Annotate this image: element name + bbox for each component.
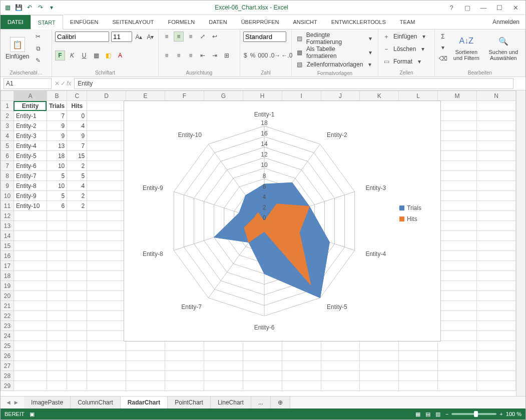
- cell[interactable]: [477, 291, 516, 301]
- row-header[interactable]: 21: [1, 301, 14, 311]
- cell[interactable]: [477, 281, 516, 291]
- cell[interactable]: [87, 321, 126, 331]
- delete-cells-button[interactable]: Löschen: [393, 46, 416, 52]
- vertical-scrollbar[interactable]: [516, 90, 525, 396]
- cell[interactable]: [438, 221, 477, 231]
- worksheet-grid[interactable]: ABCDEFGHIJKLMN1EntityTrialsHits2Entity-1…: [1, 90, 516, 396]
- zoom-out-icon[interactable]: −: [445, 411, 448, 417]
- cell[interactable]: [438, 261, 477, 271]
- cell[interactable]: [47, 301, 67, 311]
- cell[interactable]: 5: [67, 171, 87, 181]
- cell[interactable]: [204, 361, 243, 371]
- align-top-icon[interactable]: ≡: [162, 32, 172, 42]
- paste-button[interactable]: 📋 Einfügen: [4, 36, 31, 61]
- cell[interactable]: 7: [47, 111, 67, 121]
- cell[interactable]: [438, 251, 477, 261]
- borders-button[interactable]: ▦: [91, 50, 101, 60]
- cell[interactable]: [399, 341, 438, 351]
- cell[interactable]: Entity-8: [14, 181, 47, 191]
- cell[interactable]: 7: [67, 141, 87, 151]
- cell[interactable]: [360, 341, 399, 351]
- cell[interactable]: [438, 201, 477, 211]
- zoom-value[interactable]: 100 %: [506, 411, 521, 417]
- cell[interactable]: [47, 221, 67, 231]
- cell[interactable]: [477, 201, 516, 211]
- row-header[interactable]: 19: [1, 281, 14, 291]
- cell[interactable]: [67, 301, 87, 311]
- cell[interactable]: [438, 351, 477, 361]
- cell[interactable]: [87, 101, 126, 111]
- cell[interactable]: Entity-6: [14, 161, 47, 171]
- tab-start[interactable]: START: [31, 15, 63, 30]
- cell[interactable]: [477, 271, 516, 281]
- cell[interactable]: [438, 241, 477, 251]
- enter-formula-icon[interactable]: ✓: [61, 80, 66, 87]
- zoom-slider[interactable]: [451, 413, 496, 415]
- column-header[interactable]: D: [87, 91, 126, 101]
- cell[interactable]: [87, 351, 126, 361]
- column-header[interactable]: N: [477, 91, 516, 101]
- cell[interactable]: [204, 341, 243, 351]
- row-header[interactable]: 25: [1, 341, 14, 351]
- align-left-icon[interactable]: ≡: [162, 50, 172, 60]
- row-header[interactable]: 7: [1, 161, 14, 171]
- tab-developer[interactable]: ENTWICKLERTOOLS: [324, 15, 393, 29]
- row-header[interactable]: 13: [1, 221, 14, 231]
- inc-decimal-icon[interactable]: .0→: [270, 50, 280, 60]
- cell[interactable]: [67, 271, 87, 281]
- cell[interactable]: [47, 381, 67, 391]
- align-middle-icon[interactable]: ≡: [174, 32, 184, 42]
- cell[interactable]: [14, 251, 47, 261]
- cell[interactable]: [87, 241, 126, 251]
- column-header[interactable]: B: [47, 91, 67, 101]
- cell[interactable]: [477, 181, 516, 191]
- cell[interactable]: [87, 381, 126, 391]
- table-format-button[interactable]: Als Tabelle formatieren: [306, 46, 363, 60]
- tab-pagelayout[interactable]: SEITENLAYOUT: [105, 15, 161, 29]
- close-icon[interactable]: ✕: [508, 2, 522, 12]
- number-format-select[interactable]: [243, 32, 286, 42]
- cell[interactable]: [477, 171, 516, 181]
- thousands-icon[interactable]: 000: [258, 50, 268, 60]
- cell[interactable]: [47, 321, 67, 331]
- name-box[interactable]: A1: [4, 78, 52, 89]
- sign-in-link[interactable]: Anmelden: [486, 15, 525, 29]
- cell[interactable]: [438, 321, 477, 331]
- cell[interactable]: 6: [47, 201, 67, 211]
- cell[interactable]: [87, 291, 126, 301]
- cell[interactable]: [477, 121, 516, 131]
- cell[interactable]: [14, 381, 47, 391]
- cell[interactable]: [243, 361, 282, 371]
- cell[interactable]: [87, 161, 126, 171]
- fill-icon[interactable]: ▾: [438, 42, 448, 52]
- cell[interactable]: [14, 371, 47, 381]
- cell[interactable]: 9: [47, 131, 67, 141]
- cell[interactable]: [67, 261, 87, 271]
- cell[interactable]: [438, 341, 477, 351]
- cell[interactable]: Entity-1: [14, 111, 47, 121]
- row-header[interactable]: 11: [1, 201, 14, 211]
- column-header[interactable]: J: [321, 91, 360, 101]
- cell[interactable]: [87, 251, 126, 261]
- cell[interactable]: [477, 311, 516, 321]
- cancel-formula-icon[interactable]: ✕: [55, 80, 60, 87]
- cell[interactable]: [243, 381, 282, 391]
- cell[interactable]: [204, 371, 243, 381]
- cell[interactable]: [438, 101, 477, 111]
- delete-cells-icon[interactable]: －: [381, 44, 391, 54]
- column-header[interactable]: A: [14, 91, 47, 101]
- cell[interactable]: [47, 331, 67, 341]
- cell[interactable]: [477, 351, 516, 361]
- cell[interactable]: [14, 271, 47, 281]
- sheet-tab[interactable]: RadarChart: [121, 396, 168, 410]
- cell[interactable]: [321, 371, 360, 381]
- cell[interactable]: [438, 291, 477, 301]
- cell[interactable]: [438, 301, 477, 311]
- cell[interactable]: [282, 371, 321, 381]
- italic-button[interactable]: K: [67, 50, 77, 60]
- decrease-font-icon[interactable]: A▾: [146, 32, 155, 42]
- tab-review[interactable]: ÜBERPRÜFEN: [234, 15, 286, 29]
- cell[interactable]: [47, 231, 67, 241]
- cell[interactable]: [87, 341, 126, 351]
- cell[interactable]: [477, 151, 516, 161]
